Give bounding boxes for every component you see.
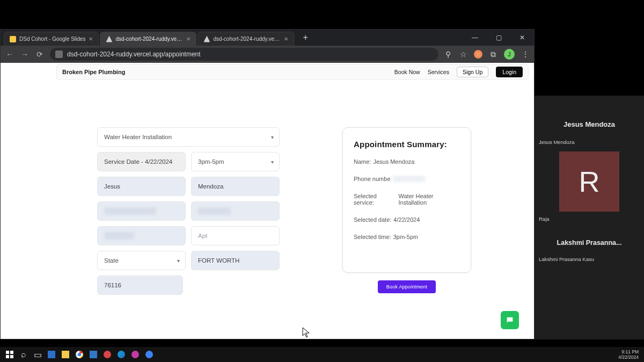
page-viewport: Broken Pipe Plumbing Book Now Services S… [1,63,534,339]
service-select[interactable]: Water Heater Installation ▾ [97,127,280,147]
tab-close-icon[interactable]: ✕ [186,36,191,42]
file-explorer-icon[interactable] [60,349,71,360]
summary-phone-label: Phone numbe [354,176,391,182]
summary-time-value: 3pm-5pm [393,234,418,240]
redacted-content [104,232,134,240]
summary-service-value: Water Heater Installation [399,193,460,206]
page-scroll[interactable]: Broken Pipe Plumbing Book Now Services S… [1,63,534,339]
last-name-input[interactable] [191,177,280,196]
chat-fab[interactable] [501,311,519,329]
kebab-menu-icon[interactable]: ⋮ [521,50,530,59]
vercel-favicon [203,36,210,42]
chat-icon [506,316,514,324]
tile-caption: Jesus Mendoza [537,138,642,146]
nav-reload-icon[interactable]: ⟳ [35,50,45,59]
window-controls: — ▢ ✕ [463,30,534,46]
summary-date-value: 4/22/2024 [393,216,420,223]
taskbar-app-icon[interactable] [102,349,113,360]
select-value: State [104,257,119,264]
apt-value[interactable] [198,233,273,239]
svg-rect-0 [6,351,9,354]
zip-value[interactable] [104,282,176,288]
time-select[interactable]: 3pm-5pm ▾ [191,152,280,171]
summary-name-value: Jesus Mendoza [373,158,414,165]
summary-service-label: Selected service: [354,193,397,206]
window-minimize[interactable]: — [463,30,487,46]
first-name-input[interactable] [97,177,186,196]
tab-close-icon[interactable]: ✕ [89,36,93,42]
redacted-input[interactable] [97,201,186,221]
svg-rect-3 [10,355,13,358]
chrome-icon[interactable] [74,349,85,360]
video-tile[interactable]: Jesus Mendoza Jesus Mendoza [537,100,642,146]
book-appointment-button[interactable]: Book Appointment [378,280,436,293]
chevron-down-icon: ▾ [271,134,274,140]
system-tray-clock[interactable]: 9:11 PM 4/22/2024 [618,349,640,360]
window-close[interactable]: ✕ [510,30,534,46]
nav-services[interactable]: Services [428,69,449,75]
vercel-favicon [106,36,112,42]
svg-rect-2 [6,355,9,358]
service-date-field[interactable]: Service Date - 4/22/2024 [97,152,186,171]
address-bar[interactable]: dsd-cohort-2024-ruddy.vercel.app/appoint… [50,48,438,61]
profile-avatar[interactable]: J [504,49,515,60]
account-orb-icon[interactable] [474,50,482,59]
city-value[interactable] [198,257,273,264]
login-button[interactable]: Login [496,67,523,77]
task-view-icon[interactable]: ▭ [32,349,43,360]
first-name-value[interactable] [104,183,179,190]
sign-up-button[interactable]: Sign Up [457,67,488,77]
taskbar-search-icon[interactable]: ⌕ [18,349,29,360]
video-tile[interactable]: Lakshmi Prasanna... Lakshmi Prasanna Kas… [537,225,642,263]
window-maximize[interactable]: ▢ [487,30,510,46]
browser-toolbar: ← → ⟳ dsd-cohort-2024-ruddy.vercel.app/a… [1,46,534,63]
nav-book-now[interactable]: Book Now [394,69,420,75]
video-tile[interactable]: R Raja [537,148,642,223]
speaker-name: Jesus Mendoza [537,100,642,138]
taskbar-app-icon[interactable] [130,349,141,360]
zip-input[interactable] [97,276,183,295]
edge-icon[interactable] [116,349,127,360]
summary-title: Appointment Summary: [354,140,460,149]
appointment-summary-card: Appointment Summary: Name: Jesus Mendoza… [342,127,471,273]
redacted-content [393,176,425,182]
site-header: Broken Pipe Plumbing Book Now Services S… [56,64,529,80]
bookmark-star-icon[interactable]: ☆ [459,50,467,59]
nav-forward-icon[interactable]: → [20,50,30,59]
windows-taskbar: ⌕ ▭ 9:11 PM 4/22/2024 [0,347,644,362]
taskbar-app-icon[interactable] [46,349,57,360]
start-button[interactable] [4,349,15,360]
vscode-icon[interactable] [88,349,99,360]
state-select[interactable]: State ▾ [97,251,186,270]
summary-date-label: Selected date: [354,216,391,223]
nav-back-icon[interactable]: ← [5,50,14,59]
summary-time-label: Selected time: [354,234,391,240]
svg-rect-1 [10,351,13,354]
date-label: Service Date - 4/22/2024 [104,158,172,165]
avatar-initial: R [559,151,619,212]
redacted-input[interactable] [191,201,280,221]
summary-name-label: Name: [354,158,371,165]
slides-favicon [10,36,16,42]
clock-time: 9:11 PM [618,349,639,354]
new-tab-button[interactable]: + [297,33,313,42]
browser-tab[interactable]: dsd-cohort-2024-ruddy.vercel.app/appoint… [100,32,196,46]
redacted-content [198,207,231,215]
brand: Broken Pipe Plumbing [62,69,125,75]
extensions-icon[interactable]: ⧉ [489,50,497,59]
apt-input[interactable] [191,226,280,245]
clock-date: 4/22/2024 [618,354,639,360]
redacted-input[interactable] [97,226,186,245]
taskbar-app-icon[interactable] [144,349,155,360]
browser-tab[interactable]: dsd-cohort-2024-ruddy.vercel.app/adminSi… [197,32,294,46]
zoom-icon[interactable]: ⚲ [444,50,452,59]
browser-window: — ▢ ✕ DSd Cohort - Google Slides ✕ dsd-c… [0,29,535,339]
tab-close-icon[interactable]: ✕ [284,36,288,42]
last-name-value[interactable] [198,183,273,190]
city-input[interactable] [191,251,280,270]
site-lock-icon [55,50,63,58]
tab-title: DSd Cohort - Google Slides [19,36,85,42]
browser-tab[interactable]: DSd Cohort - Google Slides ✕ [4,32,99,46]
windows-icon [6,351,13,358]
chevron-down-icon: ▾ [271,159,274,165]
